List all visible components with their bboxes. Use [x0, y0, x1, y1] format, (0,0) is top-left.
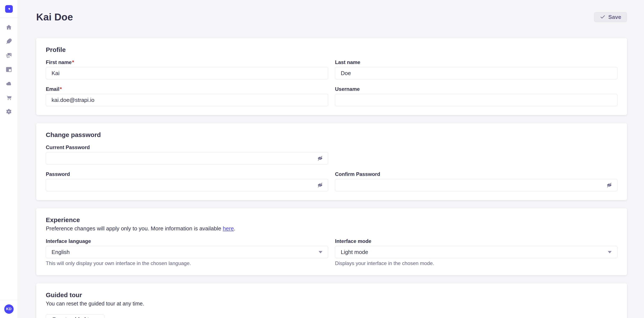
interface-mode-field-group: Interface mode Light mode Displays your …: [335, 238, 618, 266]
feather-icon: [6, 38, 12, 45]
new-password-field-group: Password: [46, 171, 328, 191]
sidebar-footer: KD: [0, 300, 18, 318]
sidebar-item-settings[interactable]: [4, 109, 14, 115]
email-input[interactable]: [46, 94, 328, 106]
sidebar-item-content-type-builder[interactable]: [4, 66, 14, 73]
change-password-section-title: Change password: [46, 131, 618, 139]
email-field-group: Email*: [46, 86, 328, 106]
home-icon: [6, 24, 12, 31]
spacer-cell: [335, 145, 618, 164]
chevron-down-icon: [608, 251, 612, 253]
password-input[interactable]: [46, 179, 328, 191]
username-label: Username: [335, 86, 618, 92]
last-name-input[interactable]: [335, 67, 618, 79]
guided-tour-card: Guided tour You can reset the guided tou…: [36, 283, 627, 318]
current-password-label: Current Password: [46, 145, 328, 150]
interface-language-select[interactable]: English: [46, 246, 328, 258]
interface-language-field-group: Interface language English This will onl…: [46, 238, 328, 266]
save-button-label: Save: [608, 14, 621, 20]
interface-language-value: English: [52, 249, 70, 255]
sidebar-item-marketplace[interactable]: [4, 94, 14, 101]
experience-description: Preference changes will apply only to yo…: [46, 225, 618, 232]
profile-section-title: Profile: [46, 46, 618, 53]
interface-language-hint: This will only display your own interfac…: [46, 260, 328, 266]
required-marker: *: [72, 59, 74, 65]
eye-slash-icon: [317, 182, 323, 188]
reset-guided-tour-button[interactable]: Reset guided tour: [46, 315, 104, 318]
last-name-label: Last name: [335, 59, 618, 65]
required-marker: *: [60, 86, 62, 92]
current-password-field-group: Current Password: [46, 145, 328, 164]
eye-slash-icon: [317, 155, 323, 161]
strapi-logo[interactable]: [5, 5, 13, 13]
interface-mode-select[interactable]: Light mode: [335, 246, 618, 258]
confirm-password-input[interactable]: [335, 179, 618, 191]
toggle-current-password-visibility-button[interactable]: [316, 154, 325, 163]
toggle-password-visibility-button[interactable]: [316, 180, 325, 190]
confirm-password-field-group: Confirm Password: [335, 171, 618, 191]
experience-card: Experience Preference changes will apply…: [36, 208, 627, 275]
page-title: Kai Doe: [36, 11, 73, 23]
cloud-icon: [6, 80, 12, 88]
sidebar-item-media-library[interactable]: [4, 52, 14, 59]
logo-container: [0, 0, 18, 18]
sidebar-nav: [0, 18, 18, 300]
username-input[interactable]: [335, 94, 618, 106]
check-icon: [600, 14, 606, 20]
interface-mode-hint: Displays your interface in the chosen mo…: [335, 260, 618, 266]
save-button[interactable]: Save: [594, 12, 627, 22]
first-name-field-group: First name*: [46, 59, 328, 79]
strapi-logo-icon: [6, 6, 11, 11]
current-password-input[interactable]: [46, 152, 328, 164]
sidebar-item-content-manager[interactable]: [4, 38, 14, 45]
interface-mode-label: Interface mode: [335, 238, 618, 244]
eye-slash-icon: [606, 182, 612, 188]
confirm-password-label: Confirm Password: [335, 171, 618, 177]
first-name-label: First name*: [46, 59, 328, 65]
screen: KD Kai Doe Save Profile First name*: [0, 0, 644, 318]
sidebar-item-deploy[interactable]: [4, 80, 14, 87]
username-field-group: Username: [335, 86, 618, 106]
images-icon: [6, 52, 12, 60]
page-header: Kai Doe Save: [36, 10, 627, 24]
experience-section-title: Experience: [46, 216, 618, 224]
interface-mode-value: Light mode: [341, 249, 368, 255]
email-label: Email*: [46, 86, 328, 92]
change-password-card: Change password Current Password: [36, 123, 627, 200]
password-label: Password: [46, 171, 328, 177]
sidebar: KD: [0, 0, 18, 318]
sidebar-item-home[interactable]: [4, 24, 14, 31]
interface-language-label: Interface language: [46, 238, 328, 244]
last-name-field-group: Last name: [335, 59, 618, 79]
main-content: Kai Doe Save Profile First name* Last na…: [18, 0, 644, 318]
first-name-input[interactable]: [46, 67, 328, 79]
avatar[interactable]: KD: [4, 304, 14, 314]
cart-icon: [6, 94, 12, 102]
layout-icon: [6, 66, 12, 74]
gear-icon: [6, 108, 12, 116]
profile-card: Profile First name* Last name Email* Use…: [36, 38, 627, 115]
guided-tour-description: You can reset the guided tour at any tim…: [46, 301, 618, 307]
chevron-down-icon: [318, 251, 322, 253]
guided-tour-section-title: Guided tour: [46, 291, 618, 299]
more-information-link[interactable]: here: [223, 225, 234, 232]
toggle-confirm-password-visibility-button[interactable]: [604, 180, 614, 190]
